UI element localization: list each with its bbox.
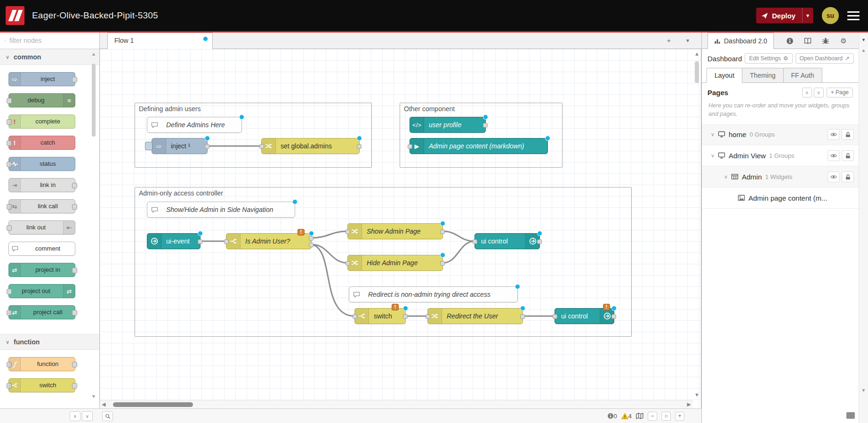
port-out[interactable] [520,314,525,319]
flow-canvas[interactable]: Defining admin users Other component Adm… [100,49,701,408]
port-in[interactable] [473,239,477,244]
zoom-out-button[interactable]: − [648,412,657,421]
port-out[interactable] [205,144,209,149]
open-dashboard-button[interactable]: Open Dashboard ↗ [796,53,854,64]
visibility-button[interactable] [828,129,840,140]
node-ui-control-2[interactable]: ui control ! [555,308,614,324]
scroll-up-icon[interactable]: ▲ [694,51,699,57]
zoom-in-button[interactable]: + [675,412,684,421]
scroll-down-icon[interactable]: ▼ [859,388,868,393]
scroll-left-icon[interactable]: ◀ [102,401,105,407]
port-out[interactable] [198,239,202,244]
node-ui-template-user-profile[interactable]: </> user profile [410,117,486,133]
node-ui-template-admin-page-content[interactable]: ▶ Admin page content (markdown) [410,138,548,154]
tab-layout[interactable]: Layout [707,68,742,83]
node-ui-event[interactable]: ui-event [147,233,201,249]
palette-scrollbar-thumb[interactable] [92,64,96,137]
palette-node-link-call[interactable]: ⇆ link call [8,199,75,213]
port-out[interactable] [537,239,542,244]
scroll-right-icon[interactable]: ▶ [687,401,691,407]
port-in[interactable] [346,229,350,234]
tab-flow-1[interactable]: Flow 1 [107,33,213,49]
port-in[interactable] [353,314,357,319]
flow-list-caret[interactable]: ▾ [682,34,694,47]
palette-node-project-in[interactable]: ⇄ project in [8,263,75,277]
palette-node-status[interactable]: status [8,157,75,171]
palette-node-switch[interactable]: switch [8,378,75,392]
horizontal-scrollbar-thumb[interactable] [113,402,193,407]
vertical-scrollbar-thumb[interactable] [695,61,699,83]
scroll-up-icon[interactable]: ▲ [90,51,97,57]
palette-filter-input[interactable] [9,37,95,44]
palette-category-function[interactable]: ∨ function [0,334,99,350]
port-in[interactable] [346,261,350,266]
node-set-global-admins[interactable]: set global.admins [261,138,360,154]
palette-node-function[interactable]: ƒ function [8,357,75,371]
port-in[interactable] [553,314,557,319]
node-change-show-admin-page[interactable]: Show Admin Page [347,223,443,239]
tree-row-admin-view[interactable]: ∨ Admin View 1 Groups [702,145,859,166]
palette-node-complete[interactable]: ! complete [8,114,75,129]
port-in[interactable] [224,239,229,244]
port-out[interactable] [440,261,445,266]
add-flow-button[interactable]: + [663,34,675,47]
tab-config-nodes[interactable]: ⚙ [835,33,852,49]
node-comment-define-admins[interactable]: Define Admins Here [147,117,242,133]
inject-trigger-button[interactable] [145,142,153,150]
user-avatar[interactable]: su [822,7,839,24]
navigator-toggle-button[interactable] [636,412,643,420]
tree-row-admin-group[interactable]: ∨ Admin 1 Widgets [702,166,859,187]
palette-node-project-out[interactable]: ⇄ project out [8,284,75,298]
expand-all-button[interactable]: ∨ [814,88,824,98]
scroll-down-icon[interactable]: ▼ [694,392,699,398]
tab-ff-auth[interactable]: FF Auth [783,68,822,82]
add-page-button[interactable]: + Page [827,88,853,98]
chevron-down-icon[interactable]: ∨ [723,174,729,180]
port-out[interactable] [440,229,445,234]
node-switch[interactable]: switch ! [354,308,406,324]
collapse-all-button[interactable]: ∧ [802,88,812,98]
error-count-indicator[interactable]: 0 [607,413,617,420]
focus-up-button[interactable]: ∧ [70,411,80,421]
node-change-redirect-the-user[interactable]: Redirect the User [427,308,523,324]
node-change-hide-admin-page[interactable]: Hide Admin Page [347,255,443,271]
palette-node-catch[interactable]: ! catch [8,136,75,150]
scroll-up-icon[interactable]: ▲ [859,48,868,53]
scroll-down-icon[interactable]: ▼ [90,394,97,399]
port-out-2[interactable] [309,243,313,247]
node-ui-control-1[interactable]: ui control [474,233,540,249]
chevron-down-icon[interactable]: ∨ [709,131,716,138]
node-comment-redirect[interactable]: Redirect is non-admin trying direct acce… [349,286,518,302]
tab-debug[interactable] [817,33,835,49]
wire[interactable] [443,231,474,241]
lock-button[interactable] [842,129,854,140]
tab-help[interactable] [799,33,817,49]
sidebar-resize-button[interactable] [846,412,855,419]
chevron-down-icon[interactable]: ∨ [709,153,716,159]
wire[interactable] [443,241,474,263]
deploy-button[interactable]: Deploy ▾ [756,8,813,24]
node-switch-is-admin-user[interactable]: Is Admin User? ! [226,233,312,249]
port-in[interactable] [426,314,430,319]
port-out[interactable] [403,314,408,319]
node-inject[interactable]: ⇨ inject ¹ [152,138,208,154]
palette-node-inject[interactable]: ⇨ inject [8,72,75,86]
port-out[interactable] [357,144,362,149]
visibility-button[interactable] [828,171,840,182]
main-menu-button[interactable] [847,11,860,20]
search-flows-button[interactable] [102,411,113,421]
lock-button[interactable] [842,150,854,161]
palette-node-project-call[interactable]: ⇄ project call [8,305,75,319]
deploy-options-caret[interactable]: ▾ [802,8,813,23]
palette-node-comment[interactable]: comment [8,242,75,256]
palette-node-link-in[interactable]: ⇥ link in [8,178,75,192]
port-out[interactable] [611,314,616,319]
palette-category-common[interactable]: ∨ common [0,49,99,65]
port-out[interactable] [483,123,488,128]
port-in[interactable] [259,144,264,149]
sidebar-tabs-caret[interactable]: ▾ [859,37,868,43]
tab-dashboard-2[interactable]: Dashboard 2.0 [707,33,774,49]
visibility-button[interactable] [828,150,840,161]
zoom-reset-button[interactable]: ○ [661,412,671,421]
tree-row-home[interactable]: ∨ home 0 Groups [702,124,859,145]
